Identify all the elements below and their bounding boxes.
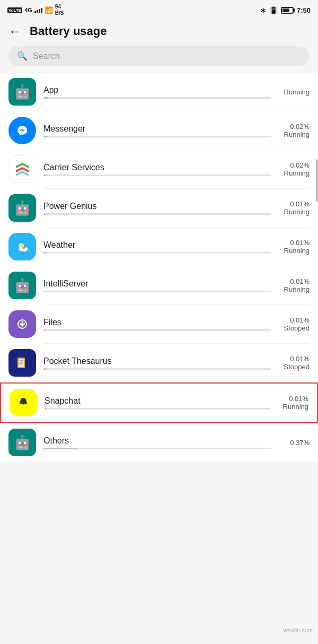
search-icon: 🔍 — [17, 51, 28, 61]
app-info: App — [43, 85, 271, 99]
usage-status: Stopped — [278, 324, 310, 332]
volte-badge: VoLTE — [7, 7, 22, 13]
watermark: wsxdn.com — [284, 627, 313, 633]
app-icon — [10, 389, 37, 416]
usage-status: Running — [278, 169, 310, 177]
list-item[interactable]: Files 0.01% Stopped — [0, 305, 318, 343]
signal-4g: 4G — [24, 7, 32, 13]
app-usage: 0.01% Running — [278, 239, 310, 255]
list-item[interactable]: Snapchat 0.01% Running — [0, 382, 318, 423]
search-bar[interactable]: 🔍 Search — [8, 46, 310, 66]
app-icon: 🤖 — [8, 78, 36, 106]
app-info: Carrier Services — [43, 163, 271, 176]
usage-percent: 0.01% — [278, 355, 310, 363]
list-item[interactable]: 🤖 App Running — [0, 73, 318, 111]
app-info: IntelliServer — [43, 279, 271, 292]
app-info: Others — [43, 436, 271, 449]
app-usage: Running — [278, 88, 310, 96]
usage-status: Running — [278, 247, 310, 255]
usage-percent: 0.02% — [278, 123, 310, 130]
app-usage: 0.02% Running — [278, 161, 310, 177]
page-title: Battery usage — [30, 24, 107, 38]
svg-rect-14 — [20, 363, 22, 364]
app-name: Others — [43, 436, 271, 446]
search-placeholder: Search — [33, 51, 60, 61]
app-icon — [8, 233, 36, 260]
app-usage: 0.01% Running — [278, 277, 310, 293]
app-list: 🤖 App Running Messenger 0.02% Running — [0, 73, 318, 462]
usage-percent: 0.01% — [278, 316, 310, 324]
time-display: 7:50 — [297, 6, 311, 14]
usage-bar — [43, 136, 271, 137]
usage-bar — [43, 213, 271, 215]
usage-bar — [43, 291, 271, 292]
app-info: Weather — [43, 240, 271, 254]
app-usage: 0.01% Stopped — [278, 355, 310, 371]
usage-bar — [43, 329, 271, 331]
data-speed: 94B/S — [55, 4, 64, 16]
list-item[interactable]: Weather 0.01% Running — [0, 228, 318, 266]
vibrate-icon: 📳 — [269, 6, 278, 14]
usage-percent: 0.01% — [278, 277, 310, 285]
wifi-icon: 📶 — [45, 6, 53, 14]
app-info: Snapchat — [45, 396, 270, 410]
page-header: ← Battery usage — [0, 19, 318, 46]
usage-bar — [43, 252, 271, 254]
app-info: Files — [43, 318, 271, 331]
back-button[interactable]: ← — [8, 25, 21, 38]
app-icon: 🤖 — [8, 429, 36, 456]
usage-status: Stopped — [278, 363, 310, 371]
status-bar-right: ∗ 📳 7:50 — [260, 6, 311, 14]
usage-percent: 0.02% — [278, 161, 310, 169]
list-item[interactable]: Carrier Services 0.02% Running — [0, 150, 318, 188]
list-item[interactable]: 🤖 IntelliServer 0.01% Running — [0, 266, 318, 304]
app-name: Weather — [43, 240, 271, 250]
status-bar-left: VoLTE 4G 📶 94B/S — [7, 4, 64, 16]
app-usage: 0.02% Running — [278, 123, 310, 138]
usage-status: Running — [278, 88, 310, 96]
usage-status: Running — [277, 403, 308, 411]
app-name: IntelliServer — [43, 279, 271, 289]
usage-bar — [43, 97, 271, 99]
svg-rect-13 — [20, 362, 23, 363]
app-usage: 0.37% — [278, 439, 310, 447]
search-bar-container: 🔍 Search — [0, 46, 318, 73]
app-info: Pocket Thesaurus — [43, 356, 271, 370]
signal-bars — [34, 7, 42, 13]
bluetooth-icon: ∗ — [260, 6, 266, 14]
app-icon — [8, 349, 36, 377]
app-icon: 🤖 — [8, 272, 36, 299]
app-name: Carrier Services — [43, 163, 271, 172]
usage-bar — [45, 408, 270, 410]
usage-percent: 0.01% — [277, 395, 308, 403]
app-name: App — [43, 85, 271, 95]
usage-bar — [43, 175, 271, 176]
list-item[interactable]: 🤖 Others 0.37% — [0, 423, 318, 462]
app-info: Messenger — [43, 124, 271, 137]
usage-status: Running — [278, 285, 310, 293]
usage-status: Running — [278, 130, 310, 138]
app-name: Snapchat — [45, 396, 270, 406]
usage-bar — [43, 368, 271, 370]
app-usage: 0.01% Running — [278, 200, 310, 216]
svg-rect-12 — [20, 360, 23, 361]
usage-percent: 0.01% — [278, 239, 310, 247]
scroll-bar — [316, 159, 318, 202]
app-info: Power Genius — [43, 202, 271, 215]
app-usage: 0.01% Running — [277, 395, 308, 411]
list-item[interactable]: Messenger 0.02% Running — [0, 111, 318, 150]
usage-percent: 0.01% — [278, 200, 310, 208]
battery-icon — [281, 7, 294, 14]
app-name: Files — [43, 318, 271, 327]
usage-status: Running — [278, 208, 310, 216]
list-item[interactable]: Pocket Thesaurus 0.01% Stopped — [0, 344, 318, 382]
app-icon — [8, 310, 36, 338]
app-name: Power Genius — [43, 202, 271, 211]
status-bar: VoLTE 4G 📶 94B/S ∗ 📳 7:50 — [0, 0, 318, 19]
app-name: Pocket Thesaurus — [43, 356, 271, 366]
app-icon — [8, 155, 36, 183]
list-item[interactable]: 🤖 Power Genius 0.01% Running — [0, 189, 318, 227]
usage-bar — [43, 448, 271, 449]
app-name: Messenger — [43, 124, 271, 134]
usage-percent: 0.37% — [278, 439, 310, 447]
